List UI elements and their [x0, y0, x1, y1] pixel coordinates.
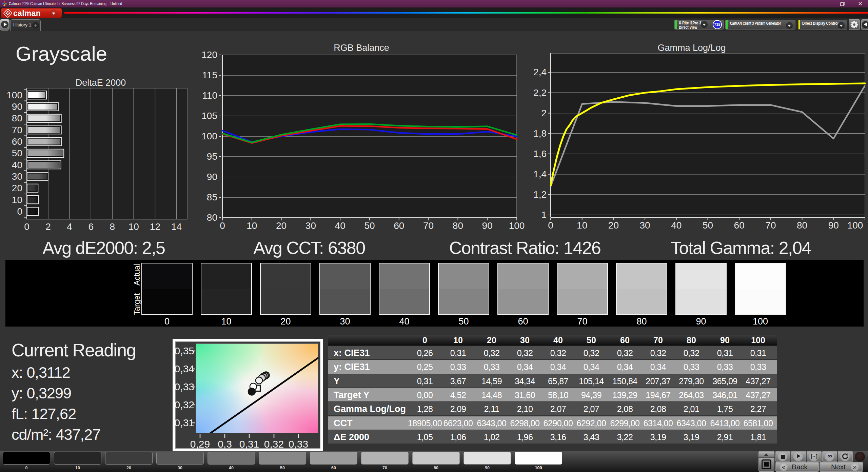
svg-text:0: 0: [17, 206, 22, 217]
svg-text:60: 60: [12, 136, 22, 147]
svg-text:30: 30: [12, 171, 22, 182]
svg-text:85: 85: [207, 192, 217, 202]
svg-text:20: 20: [12, 183, 22, 193]
svg-text:2,4: 2,4: [533, 67, 547, 77]
svg-text:1,6: 1,6: [533, 149, 547, 159]
svg-text:1,2: 1,2: [533, 189, 547, 200]
svg-text:90: 90: [207, 172, 217, 182]
svg-text:1,8: 1,8: [533, 128, 547, 139]
svg-text:6: 6: [88, 221, 94, 232]
svg-text:60: 60: [394, 220, 404, 231]
svg-text:30: 30: [305, 220, 316, 231]
svg-text:100: 100: [509, 220, 525, 231]
svg-text:20: 20: [276, 220, 287, 231]
svg-text:20: 20: [608, 220, 619, 231]
svg-text:30: 30: [640, 220, 650, 231]
svg-text:90: 90: [828, 220, 839, 231]
svg-text:8: 8: [110, 221, 115, 232]
svg-text:40: 40: [671, 220, 682, 231]
svg-text:60: 60: [734, 220, 745, 231]
svg-text:80: 80: [12, 113, 22, 123]
svg-text:90: 90: [482, 220, 493, 231]
svg-text:80: 80: [453, 220, 463, 231]
svg-text:10: 10: [12, 195, 22, 205]
svg-text:Gamma Log/Log: Gamma Log/Log: [657, 43, 726, 53]
svg-text:40: 40: [335, 220, 346, 231]
svg-text:95: 95: [207, 151, 217, 162]
svg-text:1: 1: [541, 210, 547, 220]
svg-text:10: 10: [577, 220, 587, 231]
svg-text:1,4: 1,4: [533, 169, 547, 179]
svg-text:2,2: 2,2: [533, 87, 547, 98]
svg-text:0: 0: [548, 220, 553, 231]
svg-text:100: 100: [847, 220, 863, 231]
svg-text:50: 50: [364, 220, 375, 231]
svg-text:80: 80: [207, 212, 217, 223]
svg-text:10: 10: [129, 221, 139, 232]
svg-text:0: 0: [220, 220, 225, 231]
svg-text:14: 14: [171, 221, 182, 232]
svg-text:90: 90: [12, 101, 22, 112]
svg-text:50: 50: [12, 148, 22, 158]
svg-text:0: 0: [24, 221, 29, 232]
svg-text:RGB Balance: RGB Balance: [334, 43, 389, 53]
svg-text:115: 115: [202, 70, 217, 80]
svg-text:100: 100: [201, 131, 217, 141]
svg-text:80: 80: [797, 220, 807, 231]
svg-text:70: 70: [12, 125, 22, 135]
svg-text:70: 70: [765, 220, 776, 231]
svg-text:105: 105: [201, 111, 217, 121]
svg-text:12: 12: [150, 221, 160, 232]
svg-text:2: 2: [45, 221, 51, 232]
svg-text:4: 4: [67, 221, 72, 232]
svg-text:100: 100: [6, 90, 22, 100]
svg-text:50: 50: [703, 220, 713, 231]
svg-text:70: 70: [423, 220, 434, 231]
svg-text:110: 110: [202, 90, 217, 101]
svg-text:10: 10: [246, 220, 257, 231]
svg-text:2: 2: [541, 108, 547, 118]
svg-text:DeltaE 2000: DeltaE 2000: [76, 78, 126, 88]
svg-text:120: 120: [201, 50, 217, 60]
svg-text:40: 40: [12, 160, 22, 170]
